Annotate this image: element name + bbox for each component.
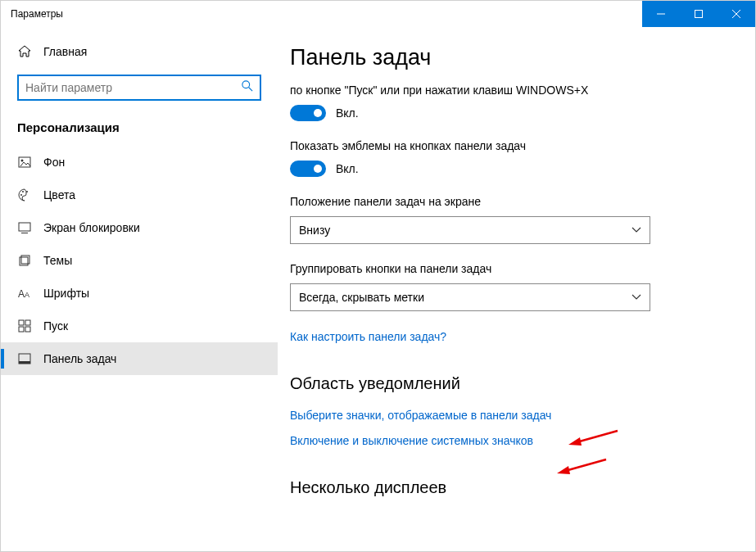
sidebar-item-label: Пуск — [43, 319, 68, 333]
multiple-displays-heading: Несколько дисплеев — [290, 478, 731, 497]
notification-area-heading: Область уведомлений — [290, 374, 731, 393]
themes-icon — [17, 254, 32, 267]
sidebar-item-label: Фон — [43, 156, 65, 169]
select-icons-link[interactable]: Выберите значки, отображаемые в панели з… — [290, 409, 551, 422]
svg-rect-1 — [695, 11, 703, 18]
setting-label: Положение панели задач на экране — [290, 195, 731, 208]
setting-label: Группировать кнопки на панели задач — [290, 262, 731, 275]
sidebar-item-background[interactable]: Фон — [1, 146, 278, 179]
close-button[interactable] — [718, 1, 755, 27]
fonts-icon: AA — [17, 287, 32, 299]
badges-toggle[interactable] — [290, 161, 326, 177]
main-content: Панель задач по кнопке "Пуск" или при на… — [278, 27, 755, 551]
svg-rect-18 — [25, 320, 30, 325]
svg-rect-22 — [19, 361, 30, 364]
sidebar-item-fonts[interactable]: AA Шрифты — [1, 277, 278, 310]
start-icon — [17, 319, 32, 333]
taskbar-icon — [17, 352, 32, 365]
sidebar-item-label: Цвета — [43, 188, 75, 201]
home-label: Главная — [43, 45, 87, 58]
svg-line-25 — [565, 459, 606, 471]
chevron-down-icon — [632, 292, 641, 303]
toggle-state: Вкл. — [336, 162, 359, 175]
home-nav[interactable]: Главная — [1, 37, 278, 66]
home-icon — [17, 45, 32, 58]
svg-point-7 — [21, 160, 24, 162]
palette-icon — [17, 188, 32, 201]
lockscreen-icon — [17, 221, 32, 234]
setting-label: по кнопке "Пуск" или при нажатии клавиш … — [290, 84, 731, 97]
svg-point-8 — [20, 194, 22, 196]
svg-rect-20 — [25, 327, 30, 332]
dropdown-value: Всегда, скрывать метки — [299, 291, 424, 304]
sidebar-item-label: Темы — [43, 254, 72, 267]
annotation-arrow — [557, 456, 608, 476]
window-controls — [642, 1, 755, 27]
maximize-button[interactable] — [680, 1, 718, 27]
minimize-button[interactable] — [642, 1, 680, 27]
svg-marker-26 — [557, 466, 570, 474]
system-icons-link[interactable]: Включение и выключение системных значков — [290, 434, 533, 447]
setting-label: Показать эмблемы на кнопках панели задач — [290, 139, 731, 152]
search-icon — [242, 80, 253, 95]
sidebar-item-lockscreen[interactable]: Экран блокировки — [1, 211, 278, 244]
svg-rect-17 — [19, 320, 24, 325]
picture-icon — [17, 156, 32, 169]
svg-point-10 — [26, 191, 28, 192]
sidebar-item-label: Шрифты — [43, 287, 89, 300]
sidebar: Главная Персонализация Фон Цвета Э — [1, 27, 278, 551]
sidebar-item-label: Экран блокировки — [43, 221, 140, 234]
powershell-toggle[interactable] — [290, 105, 326, 121]
titlebar: Параметры — [1, 1, 755, 27]
sidebar-item-themes[interactable]: Темы — [1, 244, 278, 277]
search-input[interactable] — [25, 81, 242, 94]
toggle-state: Вкл. — [336, 106, 359, 120]
window-title: Параметры — [1, 8, 63, 20]
search-box[interactable] — [17, 75, 261, 101]
sidebar-item-taskbar[interactable]: Панель задач — [1, 342, 278, 375]
sidebar-item-label: Панель задач — [43, 352, 116, 365]
how-to-link[interactable]: Как настроить панели задач? — [290, 330, 446, 343]
chevron-down-icon — [632, 224, 641, 236]
svg-rect-19 — [19, 327, 24, 332]
combine-buttons-dropdown[interactable]: Всегда, скрывать метки — [290, 283, 650, 311]
svg-rect-11 — [19, 223, 30, 231]
svg-rect-12 — [21, 233, 28, 233]
category-header: Персонализация — [1, 115, 278, 146]
dropdown-value: Внизу — [299, 224, 330, 237]
svg-text:A: A — [25, 291, 29, 299]
sidebar-item-start[interactable]: Пуск — [1, 310, 278, 342]
svg-line-5 — [249, 88, 252, 91]
svg-text:A: A — [18, 288, 25, 299]
taskbar-position-dropdown[interactable]: Внизу — [290, 216, 650, 244]
page-title: Панель задач — [290, 45, 731, 70]
svg-point-4 — [242, 81, 250, 88]
sidebar-item-colors[interactable]: Цвета — [1, 179, 278, 211]
svg-point-9 — [22, 191, 24, 192]
